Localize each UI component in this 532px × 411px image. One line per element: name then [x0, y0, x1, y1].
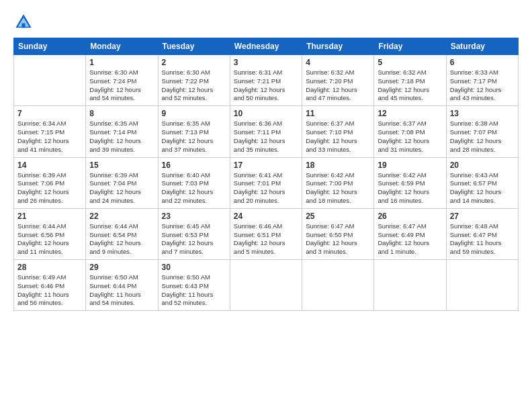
- day-info: Sunrise: 6:38 AM Sunset: 7:07 PM Dayligh…: [450, 120, 515, 154]
- day-number: 5: [378, 58, 442, 67]
- calendar-cell: 5Sunrise: 6:32 AM Sunset: 7:18 PM Daylig…: [374, 55, 446, 106]
- calendar-cell: [446, 260, 518, 311]
- calendar-cell: 19Sunrise: 6:42 AM Sunset: 6:59 PM Dayli…: [374, 157, 446, 208]
- day-number: 15: [89, 161, 154, 170]
- calendar-cell: 1Sunrise: 6:30 AM Sunset: 7:24 PM Daylig…: [86, 55, 158, 106]
- day-info: Sunrise: 6:36 AM Sunset: 7:11 PM Dayligh…: [234, 120, 298, 154]
- calendar-day-header: Tuesday: [158, 38, 230, 55]
- day-info: Sunrise: 6:32 AM Sunset: 7:18 PM Dayligh…: [378, 68, 442, 103]
- calendar-week-row: 14Sunrise: 6:39 AM Sunset: 7:06 PM Dayli…: [14, 157, 519, 208]
- calendar-cell: 28Sunrise: 6:49 AM Sunset: 6:46 PM Dayli…: [14, 260, 86, 311]
- day-info: Sunrise: 6:42 AM Sunset: 7:00 PM Dayligh…: [306, 171, 370, 205]
- calendar-cell: [14, 55, 86, 106]
- calendar-week-row: 21Sunrise: 6:44 AM Sunset: 6:56 PM Dayli…: [14, 208, 519, 259]
- day-info: Sunrise: 6:43 AM Sunset: 6:57 PM Dayligh…: [450, 171, 515, 205]
- calendar-day-header: Friday: [374, 38, 446, 55]
- calendar-cell: 18Sunrise: 6:42 AM Sunset: 7:00 PM Dayli…: [302, 157, 374, 208]
- day-info: Sunrise: 6:44 AM Sunset: 6:54 PM Dayligh…: [89, 222, 154, 257]
- calendar-week-row: 28Sunrise: 6:49 AM Sunset: 6:46 PM Dayli…: [14, 260, 519, 311]
- day-number: 4: [306, 58, 370, 67]
- calendar-cell: 30Sunrise: 6:50 AM Sunset: 6:43 PM Dayli…: [158, 260, 230, 311]
- calendar-cell: 27Sunrise: 6:48 AM Sunset: 6:47 PM Dayli…: [446, 208, 518, 259]
- day-number: 25: [306, 212, 370, 221]
- day-info: Sunrise: 6:35 AM Sunset: 7:14 PM Dayligh…: [89, 120, 154, 154]
- day-info: Sunrise: 6:50 AM Sunset: 6:44 PM Dayligh…: [89, 273, 154, 308]
- day-info: Sunrise: 6:42 AM Sunset: 6:59 PM Dayligh…: [378, 171, 442, 205]
- calendar-cell: 26Sunrise: 6:47 AM Sunset: 6:49 PM Dayli…: [374, 208, 446, 259]
- day-info: Sunrise: 6:48 AM Sunset: 6:47 PM Dayligh…: [450, 222, 515, 257]
- day-info: Sunrise: 6:47 AM Sunset: 6:49 PM Dayligh…: [378, 222, 442, 257]
- day-number: 1: [89, 58, 154, 67]
- day-number: 16: [162, 161, 226, 170]
- calendar-cell: 6Sunrise: 6:33 AM Sunset: 7:17 PM Daylig…: [446, 55, 518, 106]
- calendar-cell: 15Sunrise: 6:39 AM Sunset: 7:04 PM Dayli…: [86, 157, 158, 208]
- calendar-cell: 24Sunrise: 6:46 AM Sunset: 6:51 PM Dayli…: [230, 208, 302, 259]
- calendar-cell: 3Sunrise: 6:31 AM Sunset: 7:21 PM Daylig…: [230, 55, 302, 106]
- day-number: 12: [378, 109, 442, 118]
- day-info: Sunrise: 6:37 AM Sunset: 7:10 PM Dayligh…: [306, 120, 370, 154]
- calendar-cell: 21Sunrise: 6:44 AM Sunset: 6:56 PM Dayli…: [14, 208, 86, 259]
- day-number: 13: [450, 109, 515, 118]
- day-number: 27: [450, 212, 515, 221]
- day-number: 7: [17, 109, 82, 118]
- day-info: Sunrise: 6:46 AM Sunset: 6:51 PM Dayligh…: [234, 222, 298, 257]
- day-info: Sunrise: 6:34 AM Sunset: 7:15 PM Dayligh…: [17, 120, 82, 154]
- day-number: 3: [234, 58, 298, 67]
- day-info: Sunrise: 6:35 AM Sunset: 7:13 PM Dayligh…: [162, 120, 226, 154]
- day-number: 9: [162, 109, 226, 118]
- calendar-cell: [374, 260, 446, 311]
- day-number: 23: [162, 212, 226, 221]
- day-number: 19: [378, 161, 442, 170]
- calendar-day-header: Wednesday: [230, 38, 302, 55]
- calendar-cell: 9Sunrise: 6:35 AM Sunset: 7:13 PM Daylig…: [158, 106, 230, 157]
- day-number: 17: [234, 161, 298, 170]
- calendar-cell: 20Sunrise: 6:43 AM Sunset: 6:57 PM Dayli…: [446, 157, 518, 208]
- calendar-cell: 13Sunrise: 6:38 AM Sunset: 7:07 PM Dayli…: [446, 106, 518, 157]
- calendar-day-header: Sunday: [14, 38, 86, 55]
- day-number: 30: [162, 263, 226, 272]
- day-number: 14: [17, 161, 82, 170]
- day-info: Sunrise: 6:39 AM Sunset: 7:04 PM Dayligh…: [89, 171, 154, 205]
- calendar-week-row: 7Sunrise: 6:34 AM Sunset: 7:15 PM Daylig…: [14, 106, 519, 157]
- day-number: 28: [17, 263, 82, 272]
- day-info: Sunrise: 6:47 AM Sunset: 6:50 PM Dayligh…: [306, 222, 370, 257]
- calendar-cell: [302, 260, 374, 311]
- svg-rect-2: [22, 24, 26, 28]
- day-info: Sunrise: 6:41 AM Sunset: 7:01 PM Dayligh…: [234, 171, 298, 205]
- calendar-cell: 23Sunrise: 6:45 AM Sunset: 6:53 PM Dayli…: [158, 208, 230, 259]
- calendar-cell: 25Sunrise: 6:47 AM Sunset: 6:50 PM Dayli…: [302, 208, 374, 259]
- day-info: Sunrise: 6:39 AM Sunset: 7:06 PM Dayligh…: [17, 171, 82, 205]
- calendar-day-header: Thursday: [302, 38, 374, 55]
- day-info: Sunrise: 6:45 AM Sunset: 6:53 PM Dayligh…: [162, 222, 226, 257]
- day-number: 22: [89, 212, 154, 221]
- day-info: Sunrise: 6:30 AM Sunset: 7:24 PM Dayligh…: [89, 68, 154, 103]
- day-info: Sunrise: 6:37 AM Sunset: 7:08 PM Dayligh…: [378, 120, 442, 154]
- calendar-cell: 22Sunrise: 6:44 AM Sunset: 6:54 PM Dayli…: [86, 208, 158, 259]
- calendar-cell: 10Sunrise: 6:36 AM Sunset: 7:11 PM Dayli…: [230, 106, 302, 157]
- day-number: 10: [234, 109, 298, 118]
- calendar-table: SundayMondayTuesdayWednesdayThursdayFrid…: [13, 38, 519, 311]
- day-number: 6: [450, 58, 515, 67]
- day-number: 2: [162, 58, 226, 67]
- day-number: 24: [234, 212, 298, 221]
- day-info: Sunrise: 6:32 AM Sunset: 7:20 PM Dayligh…: [306, 68, 370, 103]
- day-info: Sunrise: 6:33 AM Sunset: 7:17 PM Dayligh…: [450, 68, 515, 103]
- page: SundayMondayTuesdayWednesdayThursdayFrid…: [0, 0, 532, 411]
- logo-icon: [13, 12, 34, 32]
- calendar-cell: 12Sunrise: 6:37 AM Sunset: 7:08 PM Dayli…: [374, 106, 446, 157]
- calendar-cell: 2Sunrise: 6:30 AM Sunset: 7:22 PM Daylig…: [158, 55, 230, 106]
- day-number: 18: [306, 161, 370, 170]
- day-number: 11: [306, 109, 370, 118]
- calendar-cell: [230, 260, 302, 311]
- day-number: 21: [17, 212, 82, 221]
- calendar-cell: 4Sunrise: 6:32 AM Sunset: 7:20 PM Daylig…: [302, 55, 374, 106]
- calendar-week-row: 1Sunrise: 6:30 AM Sunset: 7:24 PM Daylig…: [14, 55, 519, 106]
- day-info: Sunrise: 6:50 AM Sunset: 6:43 PM Dayligh…: [162, 273, 226, 308]
- calendar-cell: 17Sunrise: 6:41 AM Sunset: 7:01 PM Dayli…: [230, 157, 302, 208]
- day-info: Sunrise: 6:30 AM Sunset: 7:22 PM Dayligh…: [162, 68, 226, 103]
- calendar-day-header: Monday: [86, 38, 158, 55]
- day-info: Sunrise: 6:49 AM Sunset: 6:46 PM Dayligh…: [17, 273, 82, 308]
- calendar-cell: 7Sunrise: 6:34 AM Sunset: 7:15 PM Daylig…: [14, 106, 86, 157]
- day-info: Sunrise: 6:31 AM Sunset: 7:21 PM Dayligh…: [234, 68, 298, 103]
- calendar-cell: 8Sunrise: 6:35 AM Sunset: 7:14 PM Daylig…: [86, 106, 158, 157]
